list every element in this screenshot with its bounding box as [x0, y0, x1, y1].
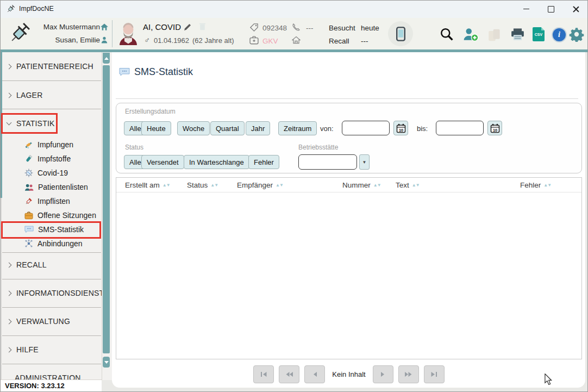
date-filter-quartal-button[interactable]: Quartal [210, 121, 245, 135]
fast-backward-icon [285, 371, 293, 377]
sidebar-scrollbar[interactable] [102, 52, 110, 380]
first-page-button[interactable] [253, 365, 274, 383]
sidebar-item-patientenlisten[interactable]: Patientenlisten [24, 183, 88, 191]
primary-user-name: Max Mustermann [43, 23, 100, 31]
maximize-button[interactable] [539, 1, 564, 17]
minimize-button[interactable] [514, 1, 539, 17]
patient-avatar[interactable] [117, 21, 139, 47]
sort-arrows-icon[interactable]: ▲▼ [373, 183, 381, 188]
add-patient-button[interactable] [462, 28, 479, 42]
column-header-status[interactable]: Status▲▼ [187, 181, 237, 189]
search-button[interactable] [440, 27, 454, 41]
von-calendar-button[interactable]: 10 [393, 121, 408, 135]
sidebar-divider [2, 307, 101, 308]
button-label: Jahr [251, 125, 265, 133]
date-filter-woche-button[interactable]: Woche [177, 121, 210, 135]
sidebar-section-informationsdienst[interactable]: INFORMATIONSDIENST [7, 289, 104, 297]
site-combobox-input[interactable] [298, 154, 357, 170]
sidebar-item-anbindungen[interactable]: Anbindungen [24, 239, 83, 248]
item-label: Impfungen [37, 140, 73, 149]
sidebar-section-patientenbereich[interactable]: PATIENTENBEREICH [7, 62, 93, 71]
sort-arrows-icon[interactable]: ▲▼ [543, 183, 551, 188]
sidebar-item-impfstoffe[interactable]: Impfstoffe [24, 154, 71, 163]
patients-icon [24, 183, 34, 191]
dropdown-arrow-icon: ▼ [362, 160, 367, 165]
delete-patient-icon[interactable] [199, 22, 206, 33]
first-page-icon [260, 371, 267, 377]
scrollbar-thumb[interactable] [103, 65, 110, 353]
sidebar-item-offene-sitzungen[interactable]: Offene Sitzungen [24, 211, 96, 220]
mobile-phone-button[interactable] [388, 21, 413, 46]
scroll-down-button[interactable] [103, 357, 110, 368]
site-dropdown-button[interactable]: ▼ [359, 154, 370, 170]
section-label: STATISTIK [16, 119, 55, 128]
column-label: Text [396, 181, 409, 189]
info-button[interactable]: i [552, 27, 567, 42]
app-syringe-icon [6, 4, 16, 16]
calendar-icon: 10 [490, 123, 500, 133]
bis-date-input[interactable] [436, 121, 484, 135]
sidebar-section-lager[interactable]: LAGER [7, 91, 42, 99]
fast-forward-button[interactable] [398, 365, 419, 383]
chevron-right-icon [7, 64, 12, 69]
impflisten-icon [24, 197, 33, 206]
date-filter-jahr-button[interactable]: Jahr [246, 121, 270, 135]
fast-forward-icon [404, 371, 412, 377]
svg-text:10: 10 [492, 127, 497, 132]
next-page-button[interactable] [373, 365, 393, 383]
secondary-user[interactable]: Susan, Emilie [55, 36, 100, 44]
sidebar-section-verwaltung[interactable]: VERWALTUNG [7, 317, 70, 326]
sms-bubble-icon [24, 226, 34, 233]
button-label: In Warteschlange [189, 158, 244, 166]
primary-user[interactable]: Max Mustermann [43, 23, 100, 31]
fast-backward-button[interactable] [279, 365, 299, 383]
status-filter-warteschlange-button[interactable]: In Warteschlange [184, 155, 249, 169]
status-filter-versendet-button[interactable]: Versendet [141, 155, 184, 169]
close-icon [573, 6, 579, 13]
column-label: Empfänger [237, 181, 273, 189]
sidebar-left-scroll-thumb[interactable] [1, 52, 2, 198]
page-title-row: SMS-Statistik [119, 66, 193, 78]
sidebar-item-impflisten[interactable]: Impflisten [24, 197, 70, 206]
print-button[interactable] [510, 28, 525, 41]
column-header-fehler[interactable]: Fehler▲▼ [520, 181, 581, 189]
sidebar-section-statistik[interactable]: STATISTIK [7, 119, 55, 128]
column-header-nummer[interactable]: Nummer▲▼ [342, 181, 396, 189]
column-header-empfaenger[interactable]: Empfänger▲▼ [237, 181, 342, 189]
sidebar-section-hilfe[interactable]: HILFE [7, 345, 39, 354]
sidebar-item-covid19[interactable]: Covid-19 [24, 169, 68, 177]
date-filter-zeitraum-button[interactable]: Zeitraum [278, 121, 317, 135]
sort-arrows-icon[interactable]: ▲▼ [276, 183, 283, 188]
scroll-up-button[interactable] [103, 53, 110, 64]
csv-export-button[interactable]: CSV [533, 27, 545, 41]
column-header-erstellt-am[interactable]: Erstellt am▲▼ [125, 181, 187, 189]
sort-arrows-icon[interactable]: ▲▼ [210, 183, 218, 188]
impfungen-icon [24, 140, 33, 149]
sidebar-item-impfungen[interactable]: Impfungen [24, 140, 73, 149]
column-label: Nummer [342, 181, 371, 189]
settings-button[interactable] [569, 27, 584, 42]
column-label: Status [187, 181, 208, 189]
edit-patient-icon[interactable] [183, 23, 192, 34]
column-header-text[interactable]: Text▲▼ [396, 181, 520, 189]
von-date-input[interactable] [342, 121, 390, 135]
sort-arrows-icon[interactable]: ▲▼ [412, 183, 420, 188]
close-button[interactable] [564, 1, 588, 17]
duplicate-button[interactable] [486, 27, 502, 42]
info-icon: i [558, 30, 560, 39]
button-label: Alle [129, 125, 141, 133]
bis-calendar-button[interactable]: 10 [487, 121, 502, 135]
sidebar-section-recall[interactable]: RECALL [7, 260, 47, 269]
phone-icon [292, 23, 301, 34]
network-icon [24, 239, 33, 248]
last-page-button[interactable] [424, 365, 445, 383]
sidebar-item-sms-statistik[interactable]: SMS-Statistik [24, 225, 84, 234]
section-label: INFORMATIONSDIENST [16, 289, 104, 297]
csv-icon-label: CSV [535, 33, 542, 36]
date-filter-heute-button[interactable]: Heute [141, 121, 171, 135]
triangle-down-icon [104, 361, 109, 364]
main-panel: SMS-Statistik Erstellungsdatum Alle Heut… [112, 52, 585, 388]
sort-arrows-icon[interactable]: ▲▼ [162, 183, 170, 188]
status-filter-fehler-button[interactable]: Fehler [248, 155, 279, 169]
previous-page-button[interactable] [304, 365, 325, 383]
